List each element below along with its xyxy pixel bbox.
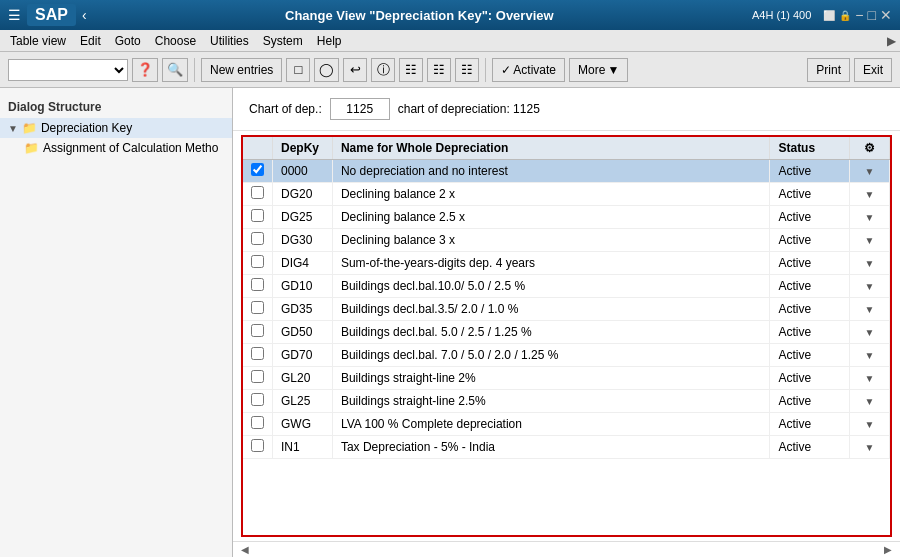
info-icon[interactable]: ⓘ (371, 58, 395, 82)
more-chevron-icon: ▼ (607, 63, 619, 77)
row-expand-icon[interactable]: ▼ (850, 298, 890, 321)
lock-icon[interactable]: 🔒 (839, 10, 851, 21)
menu-choose[interactable]: Choose (149, 32, 202, 50)
row-checkbox[interactable] (243, 344, 273, 367)
display-icon[interactable]: ⬜ (823, 10, 835, 21)
row-checkbox[interactable] (243, 321, 273, 344)
row-checkbox[interactable] (243, 413, 273, 436)
row-checkbox[interactable] (243, 390, 273, 413)
print-button[interactable]: Print (807, 58, 850, 82)
menu-tableview[interactable]: Table view (4, 32, 72, 50)
table-row[interactable]: GD70 Buildings decl.bal. 7.0 / 5.0 / 2.0… (243, 344, 890, 367)
more-button[interactable]: More ▼ (569, 58, 628, 82)
toolbar-select[interactable] (8, 59, 128, 81)
sidebar-item-assignment[interactable]: 📁 Assignment of Calculation Metho (0, 138, 232, 158)
row-depky: GL20 (273, 367, 333, 390)
menu-goto[interactable]: Goto (109, 32, 147, 50)
activate-button[interactable]: ✓ Activate (492, 58, 565, 82)
header-depky[interactable]: DepKy (273, 137, 333, 160)
minimize-button[interactable]: − (855, 7, 863, 23)
row-checkbox[interactable] (243, 275, 273, 298)
menu-utilities[interactable]: Utilities (204, 32, 255, 50)
exit-button[interactable]: Exit (854, 58, 892, 82)
close-button[interactable]: ✕ (880, 7, 892, 23)
menu-system[interactable]: System (257, 32, 309, 50)
table-row[interactable]: GD10 Buildings decl.bal.10.0/ 5.0 / 2.5 … (243, 275, 890, 298)
main-area: Dialog Structure ▼ 📁 Depreciation Key 📁 … (0, 88, 900, 557)
title-bar-right: A4H (1) 400 ⬜ 🔒 − □ ✕ (752, 7, 892, 23)
row-expand-icon[interactable]: ▼ (850, 413, 890, 436)
row-checkbox[interactable] (243, 367, 273, 390)
row-expand-icon[interactable]: ▼ (850, 344, 890, 367)
row-name: Buildings decl.bal. 7.0 / 5.0 / 2.0 / 1.… (332, 344, 770, 367)
row-expand-icon[interactable]: ▼ (850, 367, 890, 390)
row-status: Active (770, 275, 850, 298)
config1-icon[interactable]: ☷ (399, 58, 423, 82)
system-id: A4H (1) 400 (752, 9, 811, 21)
table-row[interactable]: DG30 Declining balance 3 x Active ▼ (243, 229, 890, 252)
row-expand-icon[interactable]: ▼ (850, 229, 890, 252)
content-area: Chart of dep.: chart of depreciation: 11… (233, 88, 900, 557)
menu-help[interactable]: Help (311, 32, 348, 50)
table-row[interactable]: GWG LVA 100 % Complete depreciation Acti… (243, 413, 890, 436)
row-expand-icon[interactable]: ▼ (850, 275, 890, 298)
delete-icon[interactable]: ◯ (314, 58, 339, 82)
hamburger-icon[interactable]: ☰ (8, 7, 21, 23)
sidebar-item-depreciation-key[interactable]: ▼ 📁 Depreciation Key (0, 118, 232, 138)
table-row[interactable]: DG20 Declining balance 2 x Active ▼ (243, 183, 890, 206)
row-status: Active (770, 298, 850, 321)
undo-icon[interactable]: ↩ (343, 58, 367, 82)
folder-icon: 📁 (24, 141, 39, 155)
table-row[interactable]: GD50 Buildings decl.bal. 5.0 / 2.5 / 1.2… (243, 321, 890, 344)
table-header-row: DepKy Name for Whole Depreciation Status… (243, 137, 890, 160)
toolbar: ❓ 🔍 New entries □ ◯ ↩ ⓘ ☷ ☷ ☷ ✓ Activate… (0, 52, 900, 88)
row-expand-icon[interactable]: ▼ (850, 183, 890, 206)
config2-icon[interactable]: ☷ (427, 58, 451, 82)
menu-edit[interactable]: Edit (74, 32, 107, 50)
sidebar-item-label-assignment: Assignment of Calculation Metho (43, 141, 218, 155)
table-row[interactable]: 0000 No depreciation and no interest Act… (243, 160, 890, 183)
toolbar-help-icon[interactable]: ❓ (132, 58, 158, 82)
chart-input[interactable] (330, 98, 390, 120)
row-name: Tax Depreciation - 5% - India (332, 436, 770, 459)
row-name: Declining balance 2 x (332, 183, 770, 206)
header-gear-icon[interactable]: ⚙ (850, 137, 890, 160)
row-name: Buildings decl.bal.10.0/ 5.0 / 2.5 % (332, 275, 770, 298)
toolbar-search-icon[interactable]: 🔍 (162, 58, 188, 82)
row-depky: IN1 (273, 436, 333, 459)
row-status: Active (770, 160, 850, 183)
table-row[interactable]: IN1 Tax Depreciation - 5% - India Active… (243, 436, 890, 459)
row-checkbox[interactable] (243, 160, 273, 183)
table-row[interactable]: DG25 Declining balance 2.5 x Active ▼ (243, 206, 890, 229)
row-expand-icon[interactable]: ▼ (850, 436, 890, 459)
table-row[interactable]: GL20 Buildings straight-line 2% Active ▼ (243, 367, 890, 390)
scroll-indicator: ◀ ▶ (233, 541, 900, 557)
row-name: Declining balance 3 x (332, 229, 770, 252)
maximize-button[interactable]: □ (868, 7, 876, 23)
table-row[interactable]: DIG4 Sum-of-the-years-digits dep. 4 year… (243, 252, 890, 275)
config3-icon[interactable]: ☷ (455, 58, 479, 82)
row-checkbox[interactable] (243, 206, 273, 229)
row-checkbox[interactable] (243, 252, 273, 275)
row-checkbox[interactable] (243, 183, 273, 206)
table-row[interactable]: GD35 Buildings decl.bal.3.5/ 2.0 / 1.0 %… (243, 298, 890, 321)
header-name[interactable]: Name for Whole Depreciation (332, 137, 770, 160)
copy-icon[interactable]: □ (286, 58, 310, 82)
scroll-right-icon[interactable]: ▶ (884, 544, 892, 555)
scroll-left-icon[interactable]: ◀ (241, 544, 249, 555)
row-expand-icon[interactable]: ▼ (850, 321, 890, 344)
row-expand-icon[interactable]: ▼ (850, 160, 890, 183)
table-row[interactable]: GL25 Buildings straight-line 2.5% Active… (243, 390, 890, 413)
row-name: Buildings decl.bal. 5.0 / 2.5 / 1.25 % (332, 321, 770, 344)
new-entries-button[interactable]: New entries (201, 58, 282, 82)
row-checkbox[interactable] (243, 298, 273, 321)
row-checkbox[interactable] (243, 436, 273, 459)
row-depky: GL25 (273, 390, 333, 413)
row-checkbox[interactable] (243, 229, 273, 252)
row-expand-icon[interactable]: ▼ (850, 206, 890, 229)
header-status[interactable]: Status (770, 137, 850, 160)
row-depky: 0000 (273, 160, 333, 183)
row-expand-icon[interactable]: ▼ (850, 390, 890, 413)
row-expand-icon[interactable]: ▼ (850, 252, 890, 275)
row-status: Active (770, 229, 850, 252)
